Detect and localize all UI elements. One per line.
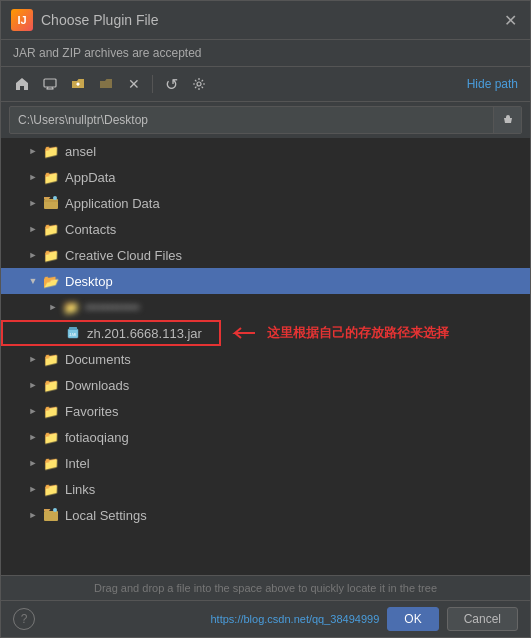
annotation-area: 这里根据自己的存放路径来选择 bbox=[227, 323, 449, 343]
ok-button[interactable]: OK bbox=[387, 607, 438, 631]
tree-label-application-data: Application Data bbox=[65, 196, 160, 211]
folder-new-button[interactable] bbox=[93, 71, 119, 97]
folder-icon-documents: 📁 bbox=[43, 351, 59, 367]
svg-rect-8 bbox=[69, 327, 77, 330]
tree-arrow-ansel: ► bbox=[25, 143, 41, 159]
tree-label-documents: Documents bbox=[65, 352, 131, 367]
help-button[interactable]: ? bbox=[13, 608, 35, 630]
tree-arrow-blurred: ► bbox=[45, 299, 61, 315]
svg-rect-0 bbox=[44, 79, 56, 87]
tree-label-jar: zh.201.6668.113.jar bbox=[87, 326, 202, 341]
home-button[interactable] bbox=[9, 71, 35, 97]
folder-icon-contacts: 📁 bbox=[43, 221, 59, 237]
tree-item-downloads[interactable]: ► 📁 Downloads bbox=[1, 372, 530, 398]
desktop-button[interactable] bbox=[37, 71, 63, 97]
tree-label-blurred: •••••••••••• bbox=[85, 300, 140, 315]
tree-item-appdata[interactable]: ► 📁 AppData bbox=[1, 164, 530, 190]
tree-item-intel[interactable]: ► 📁 Intel bbox=[1, 450, 530, 476]
tree-label-favorites: Favorites bbox=[65, 404, 118, 419]
delete-button[interactable]: ✕ bbox=[121, 71, 147, 97]
path-bar bbox=[9, 106, 522, 134]
tree-arrow-downloads: ► bbox=[25, 377, 41, 393]
folder-icon-intel: 📁 bbox=[43, 455, 59, 471]
arrow-annotation bbox=[227, 323, 257, 343]
tree-item-creative-cloud[interactable]: ► 📁 Creative Cloud Files bbox=[1, 242, 530, 268]
app-icon: IJ bbox=[11, 9, 33, 31]
tree-label-contacts: Contacts bbox=[65, 222, 116, 237]
path-input[interactable] bbox=[10, 109, 493, 131]
tree-item-ansel[interactable]: ► 📁 ansel bbox=[1, 138, 530, 164]
tree-label-ansel: ansel bbox=[65, 144, 96, 159]
tree-item-blurred[interactable]: ► 📁 •••••••••••• bbox=[1, 294, 530, 320]
tree-arrow-appdata: ► bbox=[25, 169, 41, 185]
tree-arrow-application-data: ► bbox=[25, 195, 41, 211]
tree-arrow-intel: ► bbox=[25, 455, 41, 471]
tree-item-local-settings[interactable]: ► Local Settings bbox=[1, 502, 530, 528]
folder-icon-appdata: 📁 bbox=[43, 169, 59, 185]
tree-item-favorites[interactable]: ► 📁 Favorites bbox=[1, 398, 530, 424]
title-bar: IJ Choose Plugin File ✕ bbox=[1, 1, 530, 40]
jar-file-icon: JAR bbox=[65, 325, 81, 341]
annotation-text: 这里根据自己的存放路径来选择 bbox=[267, 324, 449, 342]
tree-item-documents[interactable]: ► 📁 Documents bbox=[1, 346, 530, 372]
hide-path-button[interactable]: Hide path bbox=[463, 75, 522, 93]
tree-item-contacts[interactable]: ► 📁 Contacts bbox=[1, 216, 530, 242]
csdn-link: https://blog.csdn.net/qq_38494999 bbox=[210, 613, 379, 625]
dialog-title: Choose Plugin File bbox=[41, 12, 159, 28]
refresh-button[interactable]: ↺ bbox=[158, 71, 184, 97]
tree-arrow-links: ► bbox=[25, 481, 41, 497]
subtitle: JAR and ZIP archives are accepted bbox=[1, 40, 530, 67]
tree-item-links[interactable]: ► 📁 Links bbox=[1, 476, 530, 502]
tree-label-fotiaoqiang: fotiaoqiang bbox=[65, 430, 129, 445]
tree-label-downloads: Downloads bbox=[65, 378, 129, 393]
svg-rect-5 bbox=[44, 199, 58, 209]
cancel-button[interactable]: Cancel bbox=[447, 607, 518, 631]
folder-icon-desktop: 📂 bbox=[43, 273, 59, 289]
tree-label-desktop: Desktop bbox=[65, 274, 113, 289]
folder-icon-favorites: 📁 bbox=[43, 403, 59, 419]
tree-label-intel: Intel bbox=[65, 456, 90, 471]
svg-point-4 bbox=[197, 82, 201, 86]
path-action-button[interactable] bbox=[493, 107, 521, 133]
tree-arrow-documents: ► bbox=[25, 351, 41, 367]
tree-label-appdata: AppData bbox=[65, 170, 116, 185]
bottom-right-area: https://blog.csdn.net/qq_38494999 OK Can… bbox=[210, 607, 518, 631]
folder-icon-local-settings bbox=[43, 507, 59, 523]
tree-label-links: Links bbox=[65, 482, 95, 497]
tree-arrow-contacts: ► bbox=[25, 221, 41, 237]
toolbar-separator bbox=[152, 75, 153, 93]
folder-icon-downloads: 📁 bbox=[43, 377, 59, 393]
tree-arrow-creative-cloud: ► bbox=[25, 247, 41, 263]
folder-icon-links: 📁 bbox=[43, 481, 59, 497]
tree-item-fotiaoqiang[interactable]: ► 📁 fotiaoqiang bbox=[1, 424, 530, 450]
svg-point-6 bbox=[53, 196, 57, 200]
jar-file-row: ► JAR zh.201.6668.113.jar 这里根据自己的存放路径来选择 bbox=[1, 320, 530, 346]
tree-arrow-desktop: ▼ bbox=[25, 273, 41, 289]
toolbar: ✕ ↺ Hide path bbox=[1, 67, 530, 102]
tree-label-local-settings: Local Settings bbox=[65, 508, 147, 523]
folder-icon-ansel: 📁 bbox=[43, 143, 59, 159]
svg-rect-10 bbox=[44, 511, 58, 521]
file-tree[interactable]: ► 📁 ansel ► 📁 AppData ► Application Data… bbox=[1, 138, 530, 575]
folder-icon-application-data bbox=[43, 195, 59, 211]
tree-label-creative-cloud: Creative Cloud Files bbox=[65, 248, 182, 263]
folder-up-button[interactable] bbox=[65, 71, 91, 97]
tree-arrow-favorites: ► bbox=[25, 403, 41, 419]
svg-point-11 bbox=[53, 508, 57, 512]
dialog: IJ Choose Plugin File ✕ JAR and ZIP arch… bbox=[0, 0, 531, 638]
tree-arrow-local-settings: ► bbox=[25, 507, 41, 523]
tree-item-jar[interactable]: ► JAR zh.201.6668.113.jar bbox=[1, 320, 221, 346]
svg-text:JAR: JAR bbox=[69, 332, 77, 337]
folder-icon-fotiaoqiang: 📁 bbox=[43, 429, 59, 445]
status-bar: Drag and drop a file into the space abov… bbox=[1, 575, 530, 600]
close-button[interactable]: ✕ bbox=[500, 10, 520, 30]
title-bar-left: IJ Choose Plugin File bbox=[11, 9, 159, 31]
bottom-bar: ? https://blog.csdn.net/qq_38494999 OK C… bbox=[1, 600, 530, 637]
tree-item-application-data[interactable]: ► Application Data bbox=[1, 190, 530, 216]
folder-icon-creative-cloud: 📁 bbox=[43, 247, 59, 263]
tree-item-desktop[interactable]: ▼ 📂 Desktop bbox=[1, 268, 530, 294]
tree-arrow-fotiaoqiang: ► bbox=[25, 429, 41, 445]
folder-icon-blurred: 📁 bbox=[63, 299, 79, 315]
settings-button[interactable] bbox=[186, 71, 212, 97]
